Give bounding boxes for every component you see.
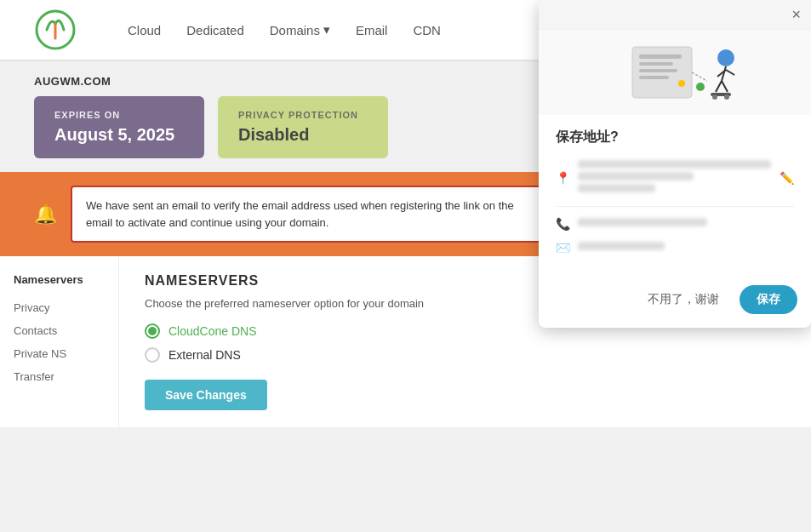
popup-header: ×	[539, 0, 811, 30]
popup-phone-content	[578, 218, 794, 230]
popup-illustration	[539, 30, 811, 115]
option-external-dns[interactable]: External DNS	[145, 347, 785, 363]
alert-text: We have sent an email to verify the emai…	[86, 199, 514, 229]
privacy-label: PRIVACY PROTECTION	[238, 110, 368, 120]
svg-point-13	[712, 94, 717, 100]
sidebar-item-contacts[interactable]: Contacts	[14, 319, 105, 342]
radio-external[interactable]	[145, 347, 160, 363]
email-line	[578, 242, 665, 250]
popup-actions: 不用了，谢谢 保存	[539, 278, 811, 328]
svg-rect-3	[639, 62, 673, 66]
expires-value: August 5, 2025	[54, 125, 184, 145]
location-icon: 📍	[556, 171, 569, 185]
cloudcone-dns-label: CloudCone DNS	[168, 324, 257, 338]
popup-title: 保存地址?	[556, 129, 794, 146]
email-icon: ✉️	[556, 241, 569, 255]
svg-rect-4	[639, 69, 677, 72]
svg-line-11	[726, 70, 734, 75]
popup-address-content	[578, 160, 771, 196]
popup-divider	[556, 206, 794, 207]
save-address-popup: × 保存地	[539, 0, 811, 328]
sidebar: Nameservers Privacy Contacts Private NS …	[0, 256, 119, 427]
svg-point-14	[724, 94, 729, 100]
edit-icon[interactable]: ✏️	[780, 171, 794, 185]
privacy-card: PRIVACY PROTECTION Disabled	[218, 96, 388, 158]
nav-dedicated[interactable]: Dedicated	[186, 23, 244, 37]
svg-rect-2	[639, 54, 682, 59]
popup-phone-field: 📞	[556, 217, 794, 231]
popup-close-button[interactable]: ×	[791, 7, 801, 22]
svg-point-15	[696, 83, 705, 91]
address-line-1	[578, 160, 771, 169]
external-dns-label: External DNS	[168, 348, 241, 362]
nav-cloud[interactable]: Cloud	[128, 23, 161, 37]
nav-cdn[interactable]: CDN	[413, 23, 441, 37]
chevron-down-icon: ▾	[323, 22, 330, 37]
popup-body: 保存地址? 📍 ✏️ 📞 ✉️	[539, 115, 811, 278]
svg-line-8	[716, 81, 722, 92]
expires-card: EXPIRES ON August 5, 2025	[34, 96, 204, 158]
phone-line	[578, 218, 707, 226]
nav-domains[interactable]: Domains ▾	[270, 22, 330, 37]
sidebar-item-private-ns[interactable]: Private NS	[14, 342, 105, 365]
popup-email-content	[578, 242, 794, 254]
expires-label: EXPIRES ON	[54, 110, 184, 120]
radio-cloudcone[interactable]	[145, 323, 160, 339]
save-changes-button[interactable]: Save Changes	[145, 380, 267, 410]
logo[interactable]	[34, 9, 77, 51]
bell-icon: 🔔	[34, 203, 57, 226]
address-line-2	[578, 172, 694, 180]
popup-email-field: ✉️	[556, 241, 794, 255]
popup-location-field: 📍 ✏️	[556, 160, 794, 196]
main-nav: Cloud Dedicated Domains ▾ Email CDN	[128, 22, 441, 37]
nav-email[interactable]: Email	[356, 23, 388, 37]
svg-rect-5	[639, 76, 669, 79]
sidebar-item-privacy[interactable]: Privacy	[14, 296, 105, 319]
address-line-3	[578, 184, 655, 192]
svg-point-16	[678, 80, 685, 87]
popup-cancel-button[interactable]: 不用了，谢谢	[637, 285, 729, 314]
popup-save-button[interactable]: 保存	[740, 285, 797, 314]
sidebar-item-transfer[interactable]: Transfer	[14, 365, 105, 388]
alert-box: We have sent an email to verify the emai…	[71, 186, 547, 243]
svg-line-9	[722, 81, 728, 92]
sidebar-heading: Nameservers	[14, 273, 105, 286]
privacy-value: Disabled	[238, 125, 368, 145]
svg-line-17	[692, 72, 707, 81]
svg-point-6	[717, 49, 734, 66]
phone-icon: 📞	[556, 217, 569, 231]
